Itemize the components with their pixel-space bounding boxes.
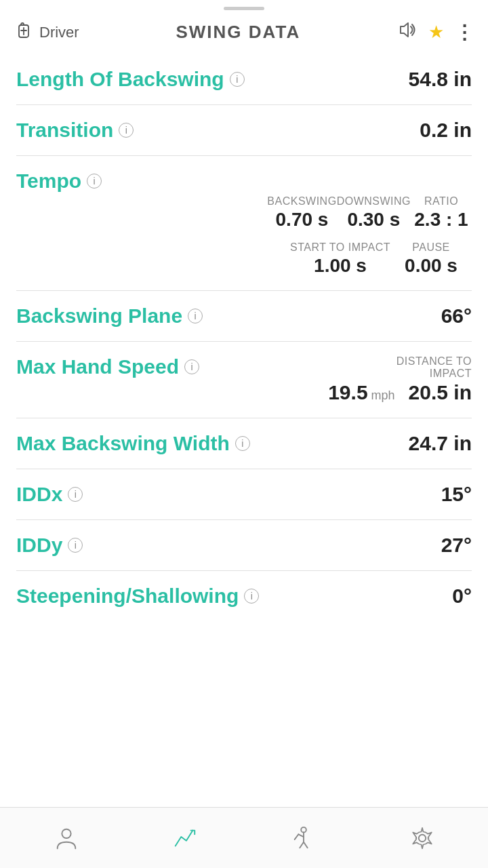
tempo-pause-col: PAUSE 0.00 s: [390, 241, 472, 277]
mhs-distance-label: DISTANCE TO IMPACT: [396, 355, 472, 381]
tempo-start-impact-col: START TO IMPACT 1.00 s: [290, 241, 390, 277]
info-icon-transition[interactable]: i: [119, 123, 134, 138]
tempo-pause-val: 0.00 s: [390, 255, 472, 277]
tempo-ratio-val: 2.3 : 1: [411, 209, 472, 231]
row-transition: Transition i 0.2 in: [16, 105, 472, 156]
club-label: Driver: [39, 24, 79, 41]
value-length-of-backswing: 54.8 in: [409, 68, 472, 91]
value-iddx: 15°: [441, 483, 472, 506]
row-max-backswing-width: Max Backswing Width i 24.7 in: [16, 418, 472, 469]
label-max-hand-speed: Max Hand Speed i: [16, 355, 199, 378]
label-max-backswing-width: Max Backswing Width i: [16, 432, 250, 455]
row-tempo: Tempo i BACKSWING 0.70 s DOWNSWING 0.30 …: [16, 156, 472, 291]
club-bag-icon: [14, 22, 34, 43]
value-steepening-shallowing: 0°: [452, 585, 472, 608]
tempo-pause-label: PAUSE: [390, 241, 472, 254]
label-iddy: IDDy i: [16, 534, 83, 557]
tempo-downswing-col: DOWNSWING 0.30 s: [337, 195, 411, 231]
nav-item-settings[interactable]: [363, 808, 481, 868]
header: Driver SWING DATA ★ ⋮: [0, 10, 488, 54]
svg-line-7: [298, 834, 304, 837]
tempo-row2: START TO IMPACT 1.00 s PAUSE 0.00 s: [16, 241, 472, 277]
volume-icon[interactable]: [397, 20, 418, 45]
mhs-top: Max Hand Speed i DISTANCE TO IMPACT: [16, 355, 472, 381]
value-backswing-plane: 66°: [441, 304, 472, 328]
tempo-start-impact-label: START TO IMPACT: [290, 241, 390, 254]
svg-line-8: [300, 842, 304, 848]
svg-line-9: [304, 842, 308, 848]
tempo-backswing-col: BACKSWING 0.70 s: [267, 195, 336, 231]
info-icon-max-hand-speed[interactable]: i: [184, 359, 199, 374]
info-icon-steepening-shallowing[interactable]: i: [244, 589, 259, 604]
label-tempo: Tempo i: [16, 170, 102, 193]
label-iddx: IDDx i: [16, 483, 83, 506]
bottom-nav: [0, 807, 488, 868]
nav-item-stats[interactable]: [125, 808, 244, 868]
tempo-ratio-label: RATIO: [411, 195, 472, 208]
row-steepening-shallowing: Steepening/Shallowing i 0°: [16, 571, 472, 621]
content-area: Length Of Backswing i 54.8 in Transition…: [0, 54, 488, 807]
row-backswing-plane: Backswing Plane i 66°: [16, 291, 472, 342]
golfer-icon: [289, 823, 319, 853]
mhs-distance-val: 20.5 in: [409, 381, 472, 404]
person-icon: [52, 823, 81, 853]
label-transition: Transition i: [16, 119, 134, 142]
chart-icon: [170, 823, 200, 853]
svg-marker-3: [401, 23, 408, 37]
tempo-ratio-col: RATIO 2.3 : 1: [411, 195, 472, 231]
info-icon-max-backswing-width[interactable]: i: [235, 436, 250, 451]
mhs-values: 19.5 mph 20.5 in: [16, 381, 472, 404]
label-backswing-plane: Backswing Plane i: [16, 304, 203, 328]
value-max-backswing-width: 24.7 in: [409, 432, 472, 455]
nav-item-profile[interactable]: [7, 808, 125, 868]
row-iddy: IDDy i 27°: [16, 520, 472, 571]
row-max-hand-speed: Max Hand Speed i DISTANCE TO IMPACT 19.5…: [16, 342, 472, 418]
star-icon[interactable]: ★: [428, 22, 444, 43]
nav-item-swing[interactable]: [244, 808, 363, 868]
more-menu-icon[interactable]: ⋮: [455, 21, 474, 43]
header-actions: ★ ⋮: [397, 20, 474, 45]
info-icon-backswing-plane[interactable]: i: [188, 309, 203, 323]
label-length-of-backswing: Length Of Backswing i: [16, 68, 245, 91]
info-icon-length-of-backswing[interactable]: i: [230, 72, 245, 87]
value-iddy: 27°: [441, 534, 472, 557]
info-icon-iddx[interactable]: i: [68, 487, 83, 502]
row-length-of-backswing: Length Of Backswing i 54.8 in: [16, 54, 472, 105]
tempo-downswing-label: DOWNSWING: [337, 195, 411, 208]
svg-point-4: [62, 829, 70, 837]
row-iddx: IDDx i 15°: [16, 469, 472, 520]
mhs-speed-val: 19.5 mph: [328, 381, 394, 404]
info-icon-iddy[interactable]: i: [68, 538, 83, 553]
tempo-grid: BACKSWING 0.70 s DOWNSWING 0.30 s RATIO …: [16, 195, 472, 231]
tempo-downswing-val: 0.30 s: [337, 209, 411, 231]
tempo-backswing-val: 0.70 s: [267, 209, 336, 231]
gear-icon: [407, 823, 437, 853]
info-icon-tempo[interactable]: i: [87, 174, 102, 189]
header-left: Driver: [14, 22, 79, 43]
value-transition: 0.2 in: [420, 119, 472, 142]
svg-point-5: [301, 827, 306, 832]
tempo-start-impact-val: 1.00 s: [290, 255, 390, 277]
tempo-backswing-label: BACKSWING: [267, 195, 336, 208]
label-steepening-shallowing: Steepening/Shallowing i: [16, 585, 259, 608]
page-title: SWING DATA: [79, 22, 397, 43]
svg-point-11: [418, 834, 425, 841]
svg-line-10: [294, 834, 298, 840]
